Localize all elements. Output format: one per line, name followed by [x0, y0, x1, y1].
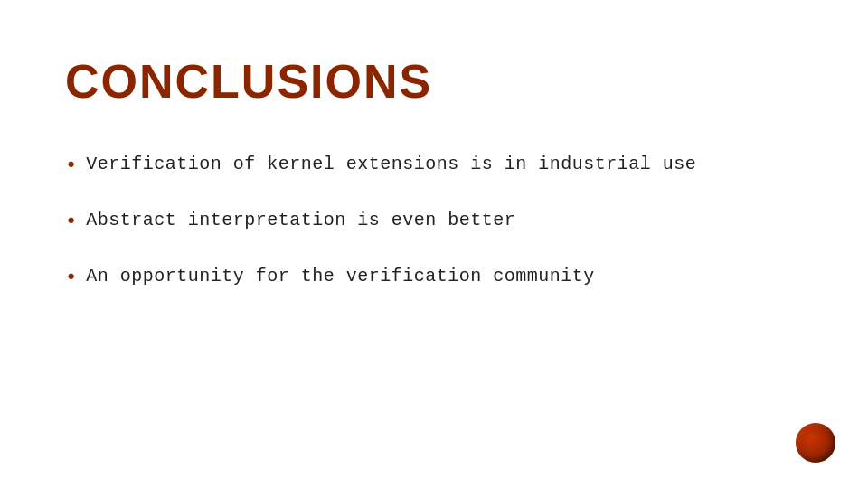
- slide-title: CONCLUSIONS: [65, 54, 803, 108]
- bullet-marker: •: [65, 153, 77, 181]
- bullet-text-3: An opportunity for the verification comm…: [86, 264, 595, 289]
- decorative-circle: [796, 423, 835, 463]
- bullet-text-2: Abstract interpretation is even better: [86, 208, 515, 233]
- bullet-text-1: Verification of kernel extensions is in …: [86, 152, 696, 177]
- bullet-marker: •: [65, 209, 77, 237]
- bullet-list: • Verification of kernel extensions is i…: [65, 152, 803, 292]
- bullet-marker: •: [65, 265, 77, 293]
- slide: CONCLUSIONS • Verification of kernel ext…: [0, 0, 868, 488]
- list-item: • Verification of kernel extensions is i…: [65, 152, 803, 181]
- list-item: • An opportunity for the verification co…: [65, 264, 803, 293]
- list-item: • Abstract interpretation is even better: [65, 208, 803, 237]
